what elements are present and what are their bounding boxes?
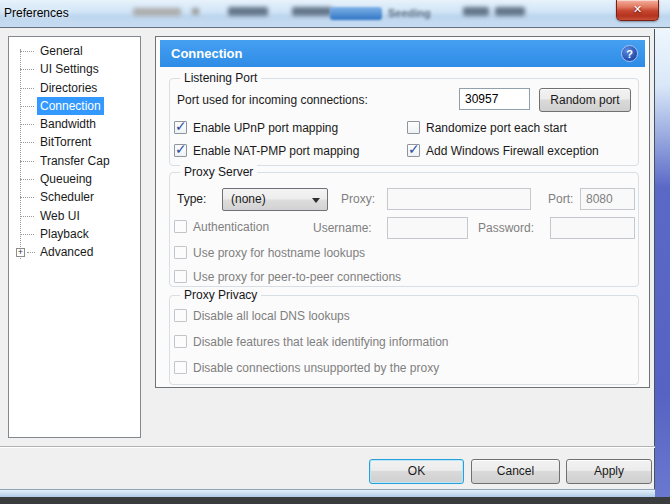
background-blur-blob [228,7,268,16]
background-blur-blob [495,7,525,16]
disable-dns-checkbox[interactable] [174,309,187,322]
sidebar-item-transfer-cap[interactable]: Transfer Cap [9,152,140,170]
expand-plus-icon[interactable]: + [16,248,25,257]
sidebar-item-bandwidth[interactable]: Bandwidth [9,115,140,133]
tree-dash [20,234,34,235]
tree-dash [20,69,34,70]
aero-bottom-edge [0,489,655,497]
sidebar-item-connection[interactable]: Connection [9,97,140,115]
proxy-hostname-label: Use proxy for hostname lookups [193,246,365,260]
username-input[interactable] [387,217,468,239]
title-bar[interactable]: Preferences Seeding ✕ [0,0,670,28]
randomize-port-checkbox[interactable] [407,121,420,134]
natpmp-label: Enable NAT-PMP port mapping [193,144,359,158]
proxy-host-label: Proxy: [341,192,375,206]
sidebar-item-queueing[interactable]: Queueing [9,170,140,188]
proxy-port-label: Port: [548,192,573,206]
firewall-checkbox[interactable] [407,144,420,157]
tree-dash [20,106,34,107]
proxy-type-dropdown[interactable]: (none) [222,188,328,211]
window-title: Preferences [4,6,69,20]
disable-leak-label: Disable features that leak identifying i… [193,335,448,349]
authentication-checkbox[interactable] [174,220,187,233]
ok-button[interactable]: OK [369,459,464,484]
tree-dash [20,197,34,198]
group-legend: Listening Port [180,71,261,85]
group-legend: Proxy Server [180,165,257,179]
sidebar-item-scheduler[interactable]: Scheduler [9,188,140,206]
sidebar-item-advanced[interactable]: +Advanced [9,243,140,261]
footer-separator [0,446,655,447]
firewall-label: Add Windows Firewall exception [426,144,599,158]
panel-header: Connection ? [160,40,645,67]
sidebar-item-general[interactable]: General [9,42,140,60]
password-label: Password: [478,221,534,235]
port-input[interactable] [459,88,530,110]
background-seeding-text: Seeding [388,7,431,19]
password-input[interactable] [550,217,635,239]
proxy-p2p-checkbox[interactable] [174,270,187,283]
proxy-hostname-checkbox[interactable] [174,246,187,259]
proxy-p2p-label: Use proxy for peer-to-peer connections [193,270,401,284]
screen-bottom-strip [0,497,670,504]
tree-dash [20,88,34,89]
chevron-down-icon [312,198,320,203]
tree-dash [20,142,34,143]
sidebar-item-ui-settings[interactable]: UI Settings [9,60,140,78]
natpmp-checkbox[interactable] [174,144,187,157]
disable-unsupported-checkbox[interactable] [174,361,187,374]
username-label: Username: [313,221,372,235]
page-title: Connection [171,46,243,61]
port-label: Port used for incoming connections: [177,93,368,107]
proxy-type-value: (none) [231,192,266,206]
random-port-button[interactable]: Random port [539,88,631,112]
randomize-port-label: Randomize port each start [426,121,567,135]
sidebar-item-bittorrent[interactable]: BitTorrent [9,133,140,151]
sidebar-item-web-ui[interactable]: Web UI [9,207,140,225]
disable-dns-label: Disable all local DNS lookups [193,309,350,323]
tree-dash [20,216,34,217]
proxy-type-label: Type: [177,192,206,206]
aero-right-edge [655,29,670,497]
upnp-checkbox[interactable] [174,121,187,134]
cancel-button[interactable]: Cancel [471,459,560,484]
upnp-label: Enable UPnP port mapping [193,121,338,135]
background-blur-blob [192,8,199,15]
tree-dash [20,51,34,52]
proxy-port-input[interactable] [580,188,635,210]
tree-dash [20,124,34,125]
background-blur-blob [133,8,181,16]
proxy-host-input[interactable] [387,188,531,210]
disable-leak-checkbox[interactable] [174,335,187,348]
tree-dash [20,179,34,180]
disable-unsupported-label: Disable connections unsupported by the p… [193,361,439,375]
help-icon[interactable]: ? [621,45,638,62]
authentication-label: Authentication [193,220,269,234]
settings-tree: General UI Settings Directories Connecti… [8,36,141,438]
tree-dash [27,252,35,253]
background-progress-bar [330,7,382,20]
preferences-dialog: Preferences Seeding ✕ General UI Setting… [0,0,670,504]
sidebar-item-directories[interactable]: Directories [9,79,140,97]
tree-dash [20,161,34,162]
background-blur-blob [463,7,489,16]
group-legend: Proxy Privacy [180,288,261,302]
background-blur-blob [292,7,332,16]
apply-button[interactable]: Apply [566,459,652,484]
close-button[interactable]: ✕ [616,0,659,21]
sidebar-item-playback[interactable]: Playback [9,225,140,243]
